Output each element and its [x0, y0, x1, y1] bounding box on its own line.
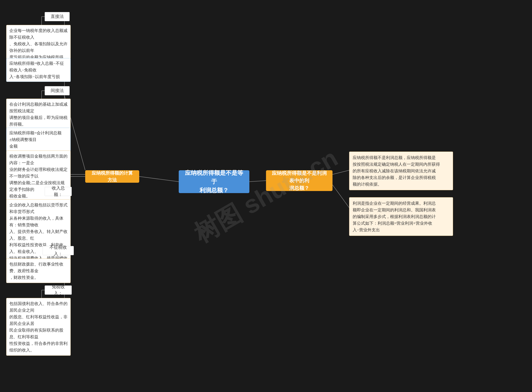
- exempt-income-label: 不征税收入：: [43, 246, 74, 255]
- revenue-label: 收入总额：: [45, 187, 72, 196]
- svg-line-1: [249, 181, 266, 182]
- indirect-formula: 应纳税所得额=会计利润总额±纳税调整项目 金额: [6, 128, 71, 151]
- svg-line-0: [139, 177, 179, 182]
- direct-method-label: 直接法: [45, 12, 70, 21]
- right-question-label: 应纳税所得额是不是利润表中的利 润总额？: [271, 169, 327, 192]
- watermark-text: 树图 shutu.cn: [188, 141, 344, 251]
- revenue-label-text: 收入总额：: [48, 185, 69, 198]
- indirect-content1: 在会计利润总额的基础上加或减按照税法规定 调整的项目金额后，即为应纳税所得额。: [6, 99, 71, 130]
- watermark: 树图 shutu.cn: [0, 0, 532, 392]
- svg-line-2: [332, 170, 349, 174]
- indirect-method-label: 间接法: [45, 86, 70, 95]
- right-info2-node: 利润是指企业在一定期间的经营成果。利润总 额即企业在一定期间的利润总和。我国利润…: [349, 197, 453, 236]
- tax-free-content: 包括国债利息收入、符合条件的居民企业之间 的股息、红利等权益性收益，非居民企业从…: [6, 298, 71, 356]
- direct-formula: 应纳税所得额=收入总额−不征税收入−免税收 入−各项扣除−以前年度亏损: [6, 58, 71, 82]
- indirect-formula-text: 应纳税所得额=会计利润总额±纳税调整项目 金额: [9, 131, 62, 149]
- right-question-node: 应纳税所得额是不是利润表中的利 润总额？: [266, 170, 332, 191]
- center-node: 应纳税所得额是不是等于 利润总额？: [179, 170, 249, 193]
- left-main-label: 应纳税所得额的计算方法: [90, 170, 134, 183]
- svg-line-3: [332, 185, 349, 208]
- right-info1-text: 应纳税所得额不是利润总额，应纳税所得额是 按按照税法规定确定纳税人在一定期间内所…: [353, 155, 440, 187]
- direct-label-text: 直接法: [51, 13, 64, 20]
- right-info2-text: 利润是指企业在一定期间的经营成果。利润总 额即企业在一定期间的利润总和。我国利润…: [353, 201, 436, 232]
- right-info1-node: 应纳税所得额不是利润总额，应纳税所得额是 按按照税法规定确定纳税人在一定期间内所…: [349, 152, 453, 190]
- left-main-node: 应纳税所得额的计算方法: [85, 170, 139, 183]
- indirect-content1-text: 在会计利润总额的基础上加或减按照税法规定 调整的项目金额后，即为应纳税所得额。: [9, 102, 67, 126]
- tax-free-label-text: 免税收入：: [48, 284, 69, 297]
- center-label: 应纳税所得额是不是等于 利润总额？: [185, 168, 243, 195]
- exempt-income-content: 包括财政拨款、行政事业性收费、政府性基金 ，财政性资金。: [6, 258, 71, 283]
- indirect-label-text: 间接法: [51, 87, 64, 94]
- exempt-income-content-text: 包括财政拨款、行政事业性收费、政府性基金 ，财政性资金。: [9, 262, 63, 280]
- tax-free-label: 免税收入：: [45, 285, 72, 295]
- exempt-income-label-text: 不征税收入：: [46, 244, 71, 257]
- direct-formula-text: 应纳税所得额=收入总额−不征税收入−免税收 入−各项扣除−以前年度亏损: [9, 61, 64, 79]
- tax-free-content-text: 包括国债利息收入、符合条件的居民企业之间 的股息、红利等权益性收益，非居民企业从…: [9, 301, 67, 352]
